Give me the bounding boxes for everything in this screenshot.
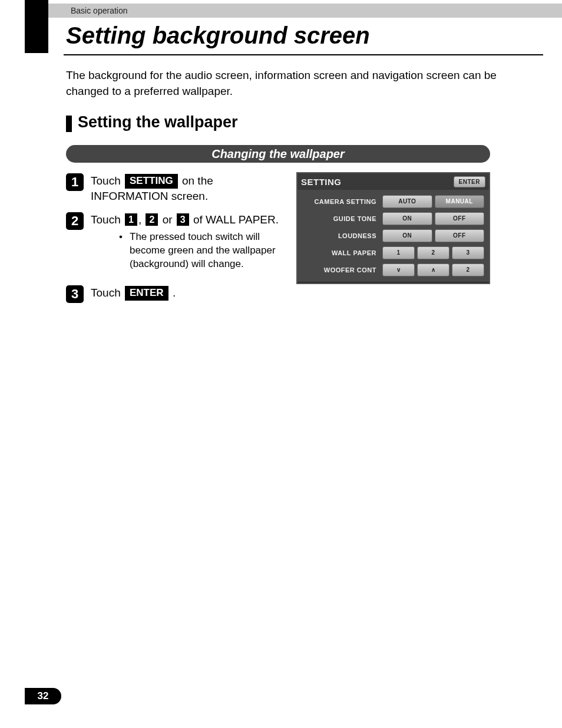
step-text: of WALL PAPER.: [193, 213, 279, 226]
section-marker: [66, 116, 72, 132]
step-text: or: [159, 213, 175, 226]
woofer-up-button[interactable]: ∧: [417, 263, 449, 276]
step-number-icon: 1: [66, 173, 84, 191]
guide-tone-off-button[interactable]: OFF: [435, 212, 485, 225]
option-3-label: 3: [177, 213, 189, 226]
device-title: SETTING: [301, 177, 342, 187]
device-row-loudness: LOUDNESS ON OFF: [302, 228, 484, 243]
guide-tone-on-button[interactable]: ON: [382, 212, 432, 225]
device-screenshot: SETTING ENTER CAMERA SETTING AUTO MANUAL…: [296, 172, 490, 284]
wallpaper-3-button[interactable]: 3: [452, 246, 484, 259]
row-label: CAMERA SETTING: [302, 198, 380, 205]
woofer-value-button[interactable]: 2: [452, 263, 484, 276]
step-number-icon: 2: [66, 212, 84, 230]
step-text: Touch: [91, 213, 124, 226]
camera-manual-button[interactable]: MANUAL: [435, 195, 485, 208]
page-number: 32: [25, 688, 61, 704]
option-1-label: 1: [125, 213, 137, 226]
step-1: 1 Touch SETTING on the INFORMATION scree…: [66, 173, 284, 204]
row-label: WALL PAPER: [302, 249, 380, 256]
row-label: LOUDNESS: [302, 232, 380, 239]
enter-button-label: ENTER: [125, 286, 168, 301]
title-rule: [64, 54, 543, 55]
loudness-on-button[interactable]: ON: [382, 229, 432, 242]
section-title: Setting the wallpaper: [78, 113, 238, 131]
device-header: SETTING ENTER: [297, 173, 489, 190]
subsection-pill: Changing the wallpaper: [66, 145, 490, 163]
steps-column: 1 Touch SETTING on the INFORMATION scree…: [66, 173, 284, 309]
camera-auto-button[interactable]: AUTO: [382, 195, 432, 208]
step-2: 2 Touch 1, 2 or 3 of WALL PAPER. The pre…: [66, 212, 284, 271]
device-row-guide-tone: GUIDE TONE ON OFF: [302, 210, 484, 226]
option-2-label: 2: [146, 213, 158, 226]
device-row-wallpaper: WALL PAPER 1 2 3: [302, 245, 484, 261]
setting-button-label: SETTING: [125, 174, 178, 189]
step-note: The pressed touch switch will become gre…: [91, 230, 284, 271]
device-enter-button[interactable]: ENTER: [454, 176, 485, 187]
breadcrumb: Basic operation: [48, 4, 562, 18]
woofer-down-button[interactable]: ∨: [382, 263, 415, 276]
intro-text: The background for the audio screen, inf…: [66, 68, 533, 99]
step-text: .: [173, 286, 176, 299]
manual-page: Basic operation Setting background scree…: [0, 0, 562, 728]
wallpaper-2-button[interactable]: 2: [417, 246, 449, 259]
step-3: 3 Touch ENTER .: [66, 285, 284, 301]
device-row-woofer: WOOFER CONT ∨ ∧ 2: [302, 262, 484, 278]
step-number-icon: 3: [66, 285, 84, 303]
row-label: GUIDE TONE: [302, 215, 380, 222]
side-tab: [25, 0, 48, 53]
device-row-camera: CAMERA SETTING AUTO MANUAL: [302, 193, 484, 209]
step-text: Touch: [91, 174, 124, 187]
row-label: WOOFER CONT: [302, 266, 380, 274]
step-text: ,: [138, 213, 145, 226]
device-body: CAMERA SETTING AUTO MANUAL GUIDE TONE ON…: [297, 190, 489, 282]
step-text: Touch: [91, 286, 124, 299]
page-title: Setting background screen: [66, 22, 370, 49]
loudness-off-button[interactable]: OFF: [435, 229, 485, 242]
wallpaper-1-button[interactable]: 1: [382, 246, 415, 259]
